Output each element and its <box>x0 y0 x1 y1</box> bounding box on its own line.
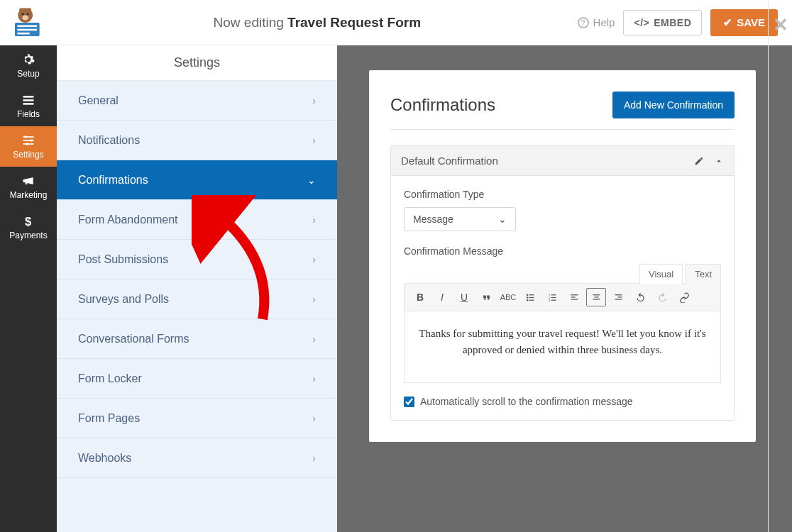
close-button[interactable]: ✕ <box>768 0 792 532</box>
chevron-down-icon: ⌄ <box>498 214 507 225</box>
svg-rect-10 <box>23 96 34 98</box>
svg-point-2 <box>26 8 31 13</box>
message-label: Confirmation Message <box>404 245 721 257</box>
settings-item-post-submissions[interactable]: Post Submissions› <box>57 240 337 279</box>
align-center-button[interactable] <box>586 288 606 306</box>
svg-rect-35 <box>593 294 600 295</box>
bullhorn-icon <box>21 174 35 188</box>
panel-title: Confirmations <box>390 95 495 115</box>
type-label: Confirmation Type <box>404 189 721 200</box>
svg-rect-8 <box>17 28 37 31</box>
bullet-list-button[interactable] <box>520 288 540 306</box>
add-confirmation-button[interactable]: Add New Confirmation <box>612 92 735 118</box>
svg-rect-25 <box>529 299 534 300</box>
chevron-right-icon: › <box>312 214 316 226</box>
chevron-right-icon: › <box>312 373 316 384</box>
svg-rect-9 <box>17 32 29 34</box>
settings-item-form-pages[interactable]: Form Pages› <box>57 399 337 438</box>
redo-button[interactable] <box>652 288 672 306</box>
nav-setup[interactable]: Setup <box>0 45 57 86</box>
chevron-right-icon: › <box>312 333 316 345</box>
svg-rect-21 <box>529 294 534 295</box>
svg-rect-39 <box>617 297 622 297</box>
editor-toolbar: B I U ABC 123 <box>405 284 720 311</box>
accordion-header[interactable]: Default Confirmation <box>391 146 734 176</box>
settings-item-general[interactable]: General› <box>57 81 337 121</box>
help-link[interactable]: ? Help <box>578 16 615 28</box>
sliders-icon <box>21 133 35 148</box>
link-button[interactable] <box>674 288 694 306</box>
svg-point-22 <box>526 297 528 299</box>
settings-item-surveys-polls[interactable]: Surveys and Polls› <box>57 279 337 319</box>
pencil-icon[interactable] <box>694 156 704 166</box>
svg-rect-28 <box>551 299 556 300</box>
svg-point-24 <box>526 299 528 301</box>
tab-text[interactable]: Text <box>686 264 721 284</box>
svg-rect-32 <box>571 294 578 295</box>
nav-marketing[interactable]: Marketing <box>0 167 57 207</box>
editing-label: Now editing Travel Request Form <box>57 15 578 31</box>
bold-button[interactable]: B <box>410 288 430 306</box>
svg-point-17 <box>31 139 33 141</box>
settings-item-webhooks[interactable]: Webhooks› <box>57 438 337 478</box>
chevron-right-icon: › <box>312 294 316 305</box>
question-icon: ? <box>578 17 589 28</box>
chevron-right-icon: › <box>312 254 316 265</box>
chevron-right-icon: › <box>312 95 316 106</box>
svg-rect-38 <box>615 294 622 295</box>
nav-fields[interactable]: Fields <box>0 86 57 126</box>
chevron-down-icon: ⌄ <box>307 174 316 186</box>
app-logo <box>0 0 57 45</box>
auto-scroll-checkbox[interactable] <box>404 397 414 407</box>
dollar-icon: $ <box>21 214 35 228</box>
svg-rect-37 <box>593 299 600 299</box>
svg-point-4 <box>26 13 28 15</box>
svg-point-3 <box>21 13 23 15</box>
confirmation-type-select[interactable]: Message ⌄ <box>404 207 516 231</box>
auto-scroll-checkbox-row[interactable]: Automatically scroll to the confirmation… <box>404 396 721 407</box>
strike-button[interactable]: ABC <box>498 288 518 306</box>
quote-button[interactable] <box>476 288 496 306</box>
check-icon: ✔ <box>723 16 732 29</box>
underline-button[interactable]: U <box>454 288 474 306</box>
svg-rect-40 <box>615 299 622 299</box>
code-icon: </> <box>634 17 649 28</box>
settings-item-confirmations[interactable]: Confirmations⌄ <box>57 160 337 200</box>
align-right-button[interactable] <box>608 288 628 306</box>
number-list-button[interactable]: 123 <box>542 288 562 306</box>
italic-button[interactable]: I <box>432 288 452 306</box>
svg-text:3: 3 <box>548 299 549 301</box>
svg-point-20 <box>526 294 528 296</box>
settings-item-form-locker[interactable]: Form Locker› <box>57 359 337 399</box>
undo-button[interactable] <box>630 288 650 306</box>
svg-point-18 <box>26 143 28 145</box>
svg-rect-23 <box>529 297 534 297</box>
svg-text:$: $ <box>25 215 32 228</box>
embed-button[interactable]: </> EMBED <box>623 10 702 35</box>
svg-rect-12 <box>23 103 34 105</box>
close-icon: ✕ <box>773 14 788 36</box>
settings-item-form-abandonment[interactable]: Form Abandonment› <box>57 200 337 240</box>
svg-point-1 <box>19 8 24 13</box>
gear-icon <box>21 52 35 67</box>
align-left-button[interactable] <box>564 288 584 306</box>
settings-item-notifications[interactable]: Notifications› <box>57 121 337 160</box>
chevron-right-icon: › <box>312 453 316 464</box>
svg-rect-7 <box>17 25 37 27</box>
svg-rect-34 <box>571 299 578 299</box>
settings-item-conversational-forms[interactable]: Conversational Forms› <box>57 319 337 359</box>
chevron-right-icon: › <box>312 135 316 146</box>
tab-visual[interactable]: Visual <box>639 264 683 284</box>
confirmation-message-editor[interactable]: Thanks for submitting your travel reques… <box>405 311 720 382</box>
svg-point-5 <box>22 15 28 20</box>
chevron-up-icon[interactable] <box>714 156 724 166</box>
svg-rect-26 <box>551 294 556 295</box>
svg-point-16 <box>24 135 26 138</box>
svg-rect-27 <box>551 297 556 297</box>
nav-payments[interactable]: $ Payments <box>0 207 57 248</box>
list-icon <box>21 93 35 107</box>
nav-settings[interactable]: Settings <box>0 126 57 167</box>
svg-rect-33 <box>571 297 575 297</box>
chevron-right-icon: › <box>312 413 316 424</box>
svg-rect-11 <box>23 99 34 101</box>
